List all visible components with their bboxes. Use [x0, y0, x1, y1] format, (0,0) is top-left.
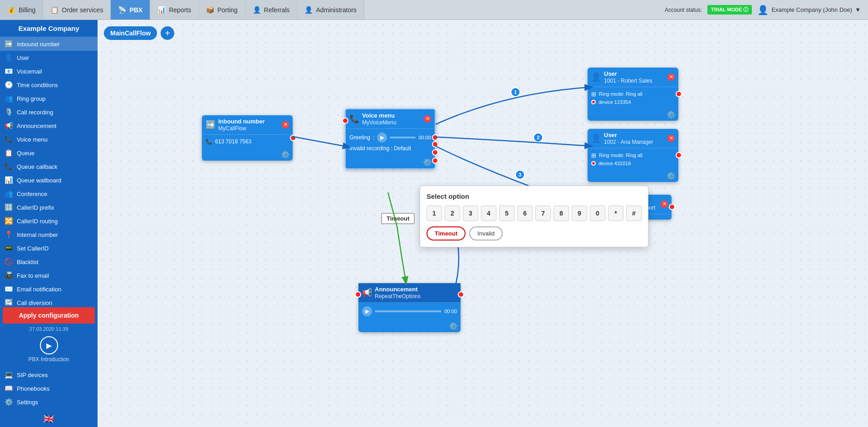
sidebar-item-queue-wallboard[interactable]: 📊 Queue wallboard	[0, 173, 98, 187]
user1-subtitle: 1001 - Robert Sales	[604, 78, 665, 84]
user1-gear[interactable]: ⚙️	[667, 110, 676, 119]
inbound-output-connector[interactable]	[290, 135, 296, 141]
tab-billing[interactable]: 💰 Billing	[0, 0, 43, 20]
announce-time: 00:00	[444, 309, 457, 314]
announcement-node: 📢 Announcement RepeatTheOptions ▶ 00:00 …	[358, 283, 461, 332]
user2-gear[interactable]: ⚙️	[667, 172, 676, 180]
vm-invalid-value: : Default	[391, 145, 411, 152]
sidebar-item-callerid-routing[interactable]: 🔀 CallerID routing	[0, 214, 98, 228]
timeout-option-button[interactable]: Timeout	[427, 226, 466, 240]
pbx-intro-play-button[interactable]: ▶	[40, 336, 58, 354]
vm-output-key1[interactable]	[432, 141, 438, 147]
tab-order-services[interactable]: 📋 Order services	[43, 0, 111, 20]
tab-reports[interactable]: 📊 Reports	[150, 0, 199, 20]
apply-configuration-button[interactable]: Apply configuration	[3, 307, 95, 324]
sidebar-item-fax-to-email[interactable]: 📠 Fax to email	[0, 269, 98, 282]
sidebar-item-conference[interactable]: 👥 Conference	[0, 187, 98, 201]
sidebar-item-phonebooks[interactable]: 📖 Phonebooks	[0, 382, 98, 395]
vm-output-1[interactable]	[432, 134, 438, 141]
inbound-phone-number: 📞 613 7018 7563	[206, 137, 289, 146]
inbound-gear-button[interactable]: ⚙️	[281, 150, 290, 159]
sidebar-item-settings[interactable]: ⚙️ Settings	[0, 395, 98, 409]
user3-output[interactable]	[669, 204, 675, 210]
sidebar-item-queue[interactable]: 📋 Queue	[0, 146, 98, 160]
user2-node: 👤 User 1002 - Ana Manager ✕ ⊞ Ring mode:…	[588, 129, 678, 182]
vm-gear-button[interactable]: ⚙️	[423, 158, 432, 167]
announce-title-block: Announcement RepeatTheOptions	[375, 286, 457, 299]
option-key-2[interactable]: 2	[445, 206, 460, 221]
sidebar-item-call-recording[interactable]: 🎙️ Call recording	[0, 105, 98, 119]
sidebar-item-ring-group[interactable]: 👥 Ring group	[0, 92, 98, 105]
nav-right-section: Account status: TRIAL MODE ⓘ 👤 Example C…	[665, 5, 868, 15]
user1-output[interactable]	[676, 91, 682, 97]
sidebar-item-internal-number[interactable]: 📍 Internal number	[0, 228, 98, 241]
sidebar-item-voice-menu[interactable]: 📞 Voice menu	[0, 133, 98, 146]
sidebar-scroll: ➡️ Inbound number 👤 User 📧 Voicemail 🕐 T…	[0, 37, 98, 305]
user2-output[interactable]	[676, 152, 682, 158]
tab-pbx[interactable]: 📡 PBX	[111, 0, 150, 20]
vm-input-connector[interactable]	[342, 118, 348, 124]
option-key-4[interactable]: 4	[481, 206, 496, 221]
sidebar-voice-menu-label: Voice menu	[17, 136, 48, 143]
user-menu[interactable]: 👤 Example Company (John Doe) ▼	[757, 5, 861, 15]
announce-output[interactable]	[458, 291, 464, 298]
tab-porting[interactable]: 📦 Porting	[199, 0, 245, 20]
announce-gear-row: ⚙️	[358, 320, 461, 332]
sidebar-sip-label: SIP devices	[17, 372, 48, 378]
option-key-6[interactable]: 6	[517, 206, 533, 221]
sidebar-item-email-notification[interactable]: ✉️ Email notification	[0, 282, 98, 296]
inbound-node-icon: ➡️	[206, 120, 216, 130]
option-key-8[interactable]: 8	[554, 206, 569, 221]
add-flow-button[interactable]: +	[161, 26, 174, 40]
vm-close-button[interactable]: ✕	[424, 115, 431, 123]
option-key-star[interactable]: *	[608, 206, 623, 221]
inbound-node-close-button[interactable]: ✕	[282, 121, 289, 128]
option-key-1[interactable]: 1	[427, 206, 442, 221]
user2-subtitle: 1002 - Ana Manager	[604, 139, 665, 145]
option-key-hash[interactable]: #	[626, 206, 642, 221]
top-navigation: 💰 Billing 📋 Order services 📡 PBX 📊 Repor…	[0, 0, 868, 20]
inbound-gear-row: ⚙️	[202, 148, 293, 161]
option-key-3[interactable]: 3	[463, 206, 478, 221]
pbx-intro-section: ▶ PBX Introduction	[0, 333, 98, 366]
option-key-7[interactable]: 7	[535, 206, 551, 221]
user1-close[interactable]: ✕	[667, 74, 675, 81]
sidebar-item-callerid-prefix[interactable]: 🔢 CallerID prefix	[0, 201, 98, 214]
user2-device: device 431016	[591, 160, 675, 167]
sidebar-item-call-diversion[interactable]: ↪️ Call diversion	[0, 296, 98, 305]
user3-close[interactable]: ✕	[661, 201, 668, 208]
trial-mode-badge[interactable]: TRIAL MODE ⓘ	[707, 5, 752, 15]
sidebar-inbound-label: Inbound number	[17, 41, 60, 48]
sidebar-item-inbound-number[interactable]: ➡️ Inbound number	[0, 37, 98, 51]
sidebar-announcement-label: Announcement	[17, 123, 56, 129]
sidebar-item-sip-devices[interactable]: 💻 SIP devices	[0, 368, 98, 382]
user1-device: device 123354	[591, 98, 675, 106]
vm-play-button[interactable]: ▶	[377, 133, 387, 142]
sidebar-item-user[interactable]: 👤 User	[0, 51, 98, 64]
sidebar-item-announcement[interactable]: 📢 Announcement	[0, 119, 98, 133]
announce-input[interactable]	[355, 291, 361, 298]
sidebar-item-time-conditions[interactable]: 🕐 Time conditions	[0, 78, 98, 92]
vm-output-key2[interactable]	[432, 149, 438, 156]
main-callflow-button[interactable]: MainCallFlow	[104, 26, 157, 40]
option-key-5[interactable]: 5	[499, 206, 515, 221]
user2-close[interactable]: ✕	[667, 135, 675, 142]
option-key-0[interactable]: 0	[590, 206, 605, 221]
sip-icon: 💻	[5, 371, 13, 379]
option-key-9[interactable]: 9	[572, 206, 587, 221]
announce-play-button[interactable]: ▶	[362, 306, 372, 316]
announce-gear[interactable]: ⚙️	[449, 322, 458, 330]
sidebar-item-blacklist[interactable]: 🚫 Blacklist	[0, 255, 98, 269]
sidebar-internal-label: Internal number	[17, 231, 58, 238]
vm-node-icon: 📞	[349, 114, 359, 124]
user-avatar-icon: 👤	[757, 5, 769, 15]
vm-node-header: 📞 Voice menu MyVoiceMenu ✕	[346, 109, 435, 129]
vm-output-key3[interactable]	[432, 157, 438, 164]
sidebar-item-voicemail[interactable]: 📧 Voicemail	[0, 64, 98, 78]
language-flag[interactable]: 🇬🇧	[0, 411, 98, 427]
tab-referrals[interactable]: 👤 Referrals	[245, 0, 298, 20]
sidebar-item-queue-callback[interactable]: 📞 Queue callback	[0, 160, 98, 173]
invalid-option-button[interactable]: Invalid	[469, 226, 503, 240]
sidebar-item-set-callerid[interactable]: 📟 Set CallerID	[0, 241, 98, 255]
tab-administrators[interactable]: 👤 Administrators	[297, 0, 364, 20]
